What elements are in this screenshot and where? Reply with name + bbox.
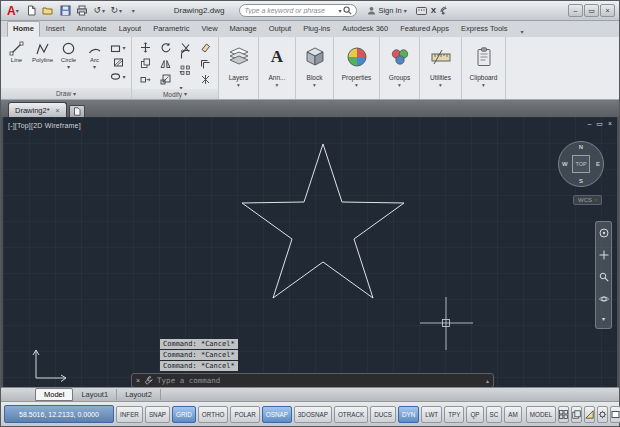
status-toggle-polar[interactable]: POLAR bbox=[230, 406, 259, 423]
close-icon[interactable]: × bbox=[56, 107, 60, 114]
navigation-bar[interactable]: ▾ bbox=[595, 221, 612, 329]
annotation-scale-button[interactable] bbox=[584, 406, 595, 423]
model-space-button[interactable]: MODEL bbox=[526, 406, 556, 423]
status-toggle-osnap[interactable]: OSNAP bbox=[262, 406, 292, 423]
workspace-gear-button[interactable] bbox=[597, 406, 608, 423]
command-input[interactable] bbox=[157, 376, 482, 385]
utilities-panel-button[interactable]: Utilities ▾ bbox=[420, 37, 462, 99]
status-toggle-3dosnap[interactable]: 3DOSNAP bbox=[294, 406, 332, 423]
keyboard-tray-icon[interactable] bbox=[416, 7, 427, 15]
viewport-controls[interactable]: [-][Top][2D Wireframe] bbox=[8, 122, 81, 129]
groups-panel-button[interactable]: Groups ▾ bbox=[380, 37, 420, 99]
status-toggle-grid[interactable]: GRID bbox=[172, 406, 196, 423]
layout-tab-layout1[interactable]: Layout1 bbox=[73, 389, 117, 400]
qat-customize-button[interactable]: ▾ bbox=[126, 4, 141, 18]
hatch-tool-button[interactable] bbox=[109, 57, 127, 68]
save-button[interactable] bbox=[58, 4, 73, 18]
block-panel-button[interactable]: Block ▾ bbox=[296, 37, 334, 99]
file-tab-drawing2[interactable]: Drawing2* × bbox=[8, 102, 67, 117]
zoom-icon[interactable] bbox=[599, 272, 609, 282]
search-input[interactable] bbox=[244, 7, 336, 14]
minimize-icon[interactable]: – bbox=[587, 120, 591, 127]
steering-wheel-icon[interactable] bbox=[599, 228, 609, 238]
layout-tab-model[interactable]: Model bbox=[35, 388, 73, 401]
ribbon-tab-insert[interactable]: Insert bbox=[40, 21, 71, 37]
new-drawing-tab-button[interactable] bbox=[69, 105, 85, 117]
viewcube-east[interactable]: E bbox=[596, 161, 600, 167]
stretch-tool-button[interactable] bbox=[140, 74, 151, 85]
ribbon-tab-manage[interactable]: Manage bbox=[224, 21, 263, 37]
app-menu-button[interactable]: A ▾ bbox=[5, 5, 21, 17]
ribbon-tab-express-tools[interactable]: Express Tools bbox=[455, 21, 514, 37]
communication-center-icon[interactable] bbox=[440, 6, 450, 16]
status-toggle-snap[interactable]: SNAP bbox=[145, 406, 170, 423]
ribbon-tab-home[interactable]: Home bbox=[7, 21, 40, 37]
status-toggle-ducs[interactable]: DUCS bbox=[370, 406, 396, 423]
ribbon-tab-featured-apps[interactable]: Featured Apps bbox=[394, 21, 455, 37]
circle-tool-button[interactable]: Circle ▾ bbox=[56, 39, 81, 86]
ribbon-tab-plugins[interactable]: Plug-ins bbox=[297, 21, 336, 37]
layers-panel-button[interactable]: Layers ▾ bbox=[219, 37, 259, 99]
copy-tool-button[interactable] bbox=[140, 58, 151, 69]
clipboard-panel-button[interactable]: Clipboard ▾ bbox=[462, 37, 506, 99]
open-file-button[interactable] bbox=[41, 4, 56, 18]
explode-tool-button[interactable] bbox=[200, 74, 211, 85]
offset-tool-button[interactable] bbox=[200, 58, 211, 69]
close-icon[interactable]: × bbox=[136, 377, 140, 384]
undo-button[interactable]: ↺▾ bbox=[92, 4, 107, 18]
coordinates-display[interactable]: 58.5016, 12.2133, 0.0000 bbox=[4, 405, 114, 423]
clean-screen-button[interactable] bbox=[610, 406, 620, 423]
command-line[interactable]: × ▴ bbox=[131, 373, 494, 387]
wcs-menu[interactable]: WCS ▾ bbox=[573, 195, 602, 205]
status-toggle-infer[interactable]: INFER bbox=[116, 406, 143, 423]
close-button[interactable]: × bbox=[600, 4, 615, 17]
chevron-down-icon[interactable]: ▾ bbox=[67, 64, 70, 70]
mirror-tool-button[interactable] bbox=[160, 58, 171, 69]
move-tool-button[interactable] bbox=[140, 42, 151, 53]
ribbon-tab-autodesk360[interactable]: Autodesk 360 bbox=[336, 21, 394, 37]
pan-icon[interactable] bbox=[599, 250, 609, 260]
ellipse-tool-button[interactable]: ▾ bbox=[109, 71, 127, 82]
orbit-icon[interactable] bbox=[599, 294, 609, 304]
star-shape[interactable] bbox=[242, 144, 404, 298]
exchange-apps-icon[interactable]: X bbox=[431, 6, 436, 15]
status-toggle-otrack[interactable]: OTRACK bbox=[334, 406, 368, 423]
quick-view-layouts-button[interactable] bbox=[558, 406, 569, 423]
chevron-down-icon[interactable]: ▾ bbox=[93, 64, 96, 70]
search-icon[interactable] bbox=[343, 6, 352, 15]
status-toggle-ortho[interactable]: ORTHO bbox=[198, 406, 229, 423]
ribbon-tab-layout[interactable]: Layout bbox=[113, 21, 148, 37]
ribbon-tab-view[interactable]: View bbox=[195, 21, 223, 37]
status-toggle-lwt[interactable]: LWT bbox=[421, 406, 442, 423]
line-tool-button[interactable]: Line bbox=[4, 39, 29, 86]
rectangle-tool-button[interactable]: ▾ bbox=[109, 43, 127, 54]
close-icon[interactable]: × bbox=[608, 120, 612, 127]
restore-icon[interactable]: ▭ bbox=[596, 120, 603, 127]
viewcube-north[interactable]: N bbox=[579, 144, 583, 150]
help-search-box[interactable]: ▾ bbox=[239, 4, 357, 17]
maximize-button[interactable]: ▭ bbox=[584, 4, 599, 17]
annotation-panel-button[interactable]: A Ann... ▾ bbox=[259, 37, 296, 99]
layout-tab-layout2[interactable]: Layout2 bbox=[117, 389, 161, 400]
ribbon-tab-annotate[interactable]: Annotate bbox=[71, 21, 113, 37]
properties-panel-button[interactable]: Properties ▾ bbox=[334, 37, 380, 99]
status-toggle-am[interactable]: AM bbox=[504, 406, 521, 423]
status-toggle-sc[interactable]: SC bbox=[486, 406, 503, 423]
polyline-tool-button[interactable]: Polyline bbox=[30, 39, 55, 86]
drawing-canvas[interactable]: [-][Top][2D Wireframe] – ▭ × N S W E TOP… bbox=[1, 117, 619, 387]
sign-in-button[interactable]: Sign In ▾ bbox=[367, 6, 406, 15]
chevron-up-icon[interactable]: ▴ bbox=[486, 378, 489, 384]
chevron-down-icon[interactable]: ▾ bbox=[602, 316, 605, 322]
new-file-button[interactable] bbox=[24, 4, 39, 18]
plot-button[interactable] bbox=[75, 4, 90, 18]
modify-panel-label[interactable]: Modify ▾ bbox=[132, 89, 218, 99]
quick-view-drawings-button[interactable] bbox=[571, 406, 582, 423]
rotate-tool-button[interactable] bbox=[160, 42, 171, 53]
status-toggle-qp[interactable]: QP bbox=[466, 406, 483, 423]
arc-tool-button[interactable]: Arc ▾ bbox=[82, 39, 107, 86]
scale-tool-button[interactable] bbox=[160, 74, 171, 85]
viewcube-south[interactable]: S bbox=[579, 178, 583, 184]
minimize-button[interactable]: – bbox=[568, 4, 583, 17]
redo-button[interactable]: ↻▾ bbox=[109, 4, 124, 18]
viewcube-west[interactable]: W bbox=[562, 161, 568, 167]
